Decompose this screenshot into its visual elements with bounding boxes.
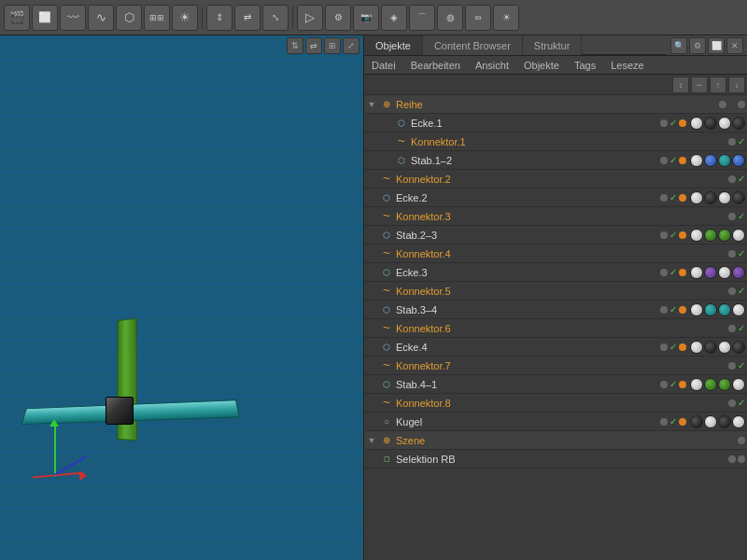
- panel-btn-1[interactable]: ↕: [672, 77, 689, 93]
- vp-btn-1[interactable]: ⇅: [287, 37, 303, 54]
- vp-btn-3[interactable]: ⊞: [324, 37, 341, 54]
- material-sphere[interactable]: [704, 117, 717, 130]
- expand-icon[interactable]: ▼: [364, 433, 379, 448]
- material-sphere[interactable]: [704, 266, 717, 279]
- list-item[interactable]: 〜 Konnektor.7 ✓: [364, 357, 747, 375]
- list-item[interactable]: 〜 Konnektor.2 ✓: [364, 170, 747, 189]
- material-sphere[interactable]: [732, 303, 745, 316]
- object-name: Selektion RB: [396, 454, 725, 465]
- close-panel-icon[interactable]: ✕: [726, 37, 743, 54]
- rotate2-icon[interactable]: ⇄: [234, 5, 261, 31]
- list-item[interactable]: 〜 Konnektor.5 ✓: [364, 282, 747, 301]
- list-item[interactable]: ○ Kugel ✓: [364, 413, 747, 431]
- material-sphere[interactable]: [718, 229, 731, 242]
- vp-btn-2[interactable]: ⇄: [305, 37, 322, 54]
- menu-tags[interactable]: Tags: [567, 56, 603, 74]
- material-sphere[interactable]: [732, 341, 745, 354]
- object2-icon[interactable]: ◈: [381, 5, 407, 31]
- material-sphere[interactable]: [704, 341, 717, 354]
- material-sphere[interactable]: [690, 229, 703, 242]
- move2-icon[interactable]: ⇕: [206, 5, 233, 31]
- expand-panel-icon[interactable]: ⬜: [708, 37, 725, 54]
- material-sphere[interactable]: [718, 266, 731, 279]
- list-item[interactable]: 〜 Konnektor.3 ✓: [364, 207, 747, 226]
- viewport[interactable]: ⇅ ⇄ ⊞ ⤢: [0, 35, 364, 560]
- material-sphere[interactable]: [732, 191, 745, 204]
- material-sphere[interactable]: [690, 341, 703, 354]
- tab-struktur[interactable]: Struktur: [523, 35, 583, 55]
- material-sphere[interactable]: [704, 303, 717, 316]
- expand-icon[interactable]: ▼: [364, 97, 379, 112]
- list-item[interactable]: ◻ Selektion RB: [364, 450, 747, 469]
- list-item[interactable]: 〜 Konnektor.8 ✓: [364, 394, 747, 413]
- material-sphere[interactable]: [718, 117, 731, 130]
- sphere-icon: ○: [379, 414, 394, 429]
- material-sphere[interactable]: [690, 154, 703, 167]
- material-sphere[interactable]: [718, 341, 731, 354]
- gear-panel-icon[interactable]: ⚙: [689, 37, 706, 54]
- material-sphere[interactable]: [718, 378, 731, 391]
- sun-icon[interactable]: ☀: [493, 5, 519, 31]
- settings-icon[interactable]: ⚙: [325, 5, 351, 31]
- material-sphere[interactable]: [732, 266, 745, 279]
- material-sphere[interactable]: [690, 415, 703, 428]
- scale2-icon[interactable]: ⤡: [262, 5, 289, 31]
- list-item[interactable]: ⬡ Stab.3–4 ✓: [364, 301, 747, 319]
- menu-ansicht[interactable]: Ansicht: [468, 56, 516, 74]
- vp-btn-expand[interactable]: ⤢: [343, 37, 359, 54]
- menu-datei[interactable]: Datei: [364, 56, 403, 74]
- spline2-icon[interactable]: ∿: [88, 5, 114, 31]
- cube-icon[interactable]: ⬜: [32, 5, 58, 31]
- material-sphere[interactable]: [718, 303, 731, 316]
- material2-icon[interactable]: ◍: [437, 5, 463, 31]
- list-item[interactable]: ⬡ Ecke.2 ✓: [364, 189, 747, 207]
- list-item[interactable]: ⬡ Stab.1–2 ✓: [364, 151, 747, 170]
- menu-leseze[interactable]: Leseze: [603, 56, 651, 74]
- material-sphere[interactable]: [704, 191, 717, 204]
- list-item[interactable]: ▼ ⊕ Szene: [364, 431, 747, 450]
- tab-content-browser[interactable]: Content Browser: [423, 35, 523, 55]
- material-sphere[interactable]: [690, 117, 703, 130]
- list-item[interactable]: 〜 Konnektor.6 ✓: [364, 319, 747, 338]
- material-sphere[interactable]: [732, 117, 745, 130]
- bend-icon[interactable]: 〰: [60, 5, 86, 31]
- menu-objekte[interactable]: Objekte: [516, 56, 567, 74]
- list-item[interactable]: 〜 Konnektor.4 ✓: [364, 245, 747, 263]
- list-item[interactable]: ⬡ Ecke.3 ✓: [364, 263, 747, 282]
- material-sphere[interactable]: [718, 415, 731, 428]
- material-sphere[interactable]: [718, 191, 731, 204]
- render2-icon[interactable]: ▷: [297, 5, 323, 31]
- camera2-icon[interactable]: 📷: [353, 5, 379, 31]
- list-item[interactable]: ⬡ Stab.2–3 ✓: [364, 226, 747, 245]
- material-sphere[interactable]: [732, 378, 745, 391]
- light2-icon[interactable]: ☀: [172, 5, 198, 31]
- material-sphere[interactable]: [704, 154, 717, 167]
- list-item[interactable]: ▼ ⊕ Reihe: [364, 95, 747, 114]
- film-icon[interactable]: 🎬: [4, 5, 30, 31]
- deform-icon[interactable]: ⌒: [409, 5, 435, 31]
- search-panel-icon[interactable]: 🔍: [670, 37, 687, 54]
- nurbs-icon[interactable]: ⬡: [116, 5, 142, 31]
- menu-bearbeiten[interactable]: Bearbeiten: [403, 56, 468, 74]
- material-sphere[interactable]: [690, 266, 703, 279]
- array-icon[interactable]: ⊞⊞: [144, 5, 170, 31]
- panel-btn-2[interactable]: ↔: [691, 77, 708, 93]
- material-sphere[interactable]: [718, 154, 731, 167]
- list-item[interactable]: ⬡ Stab.4–1 ✓: [364, 375, 747, 394]
- tab-objekte[interactable]: Objekte: [364, 35, 423, 55]
- material-sphere[interactable]: [690, 303, 703, 316]
- loop-icon[interactable]: ∞: [465, 5, 491, 31]
- list-item[interactable]: ⬡ Ecke.1 ✓: [364, 114, 747, 133]
- material-sphere[interactable]: [732, 415, 745, 428]
- list-item[interactable]: ⬡ Ecke.4 ✓: [364, 338, 747, 357]
- material-sphere[interactable]: [704, 378, 717, 391]
- material-sphere[interactable]: [732, 229, 745, 242]
- material-sphere[interactable]: [690, 378, 703, 391]
- list-item[interactable]: 〜 Konnektor.1 ✓: [364, 133, 747, 151]
- panel-btn-4[interactable]: ↓: [728, 77, 745, 93]
- material-sphere[interactable]: [704, 229, 717, 242]
- material-sphere[interactable]: [704, 415, 717, 428]
- panel-btn-3[interactable]: ↑: [710, 77, 726, 93]
- material-sphere[interactable]: [732, 154, 745, 167]
- material-sphere[interactable]: [690, 191, 703, 204]
